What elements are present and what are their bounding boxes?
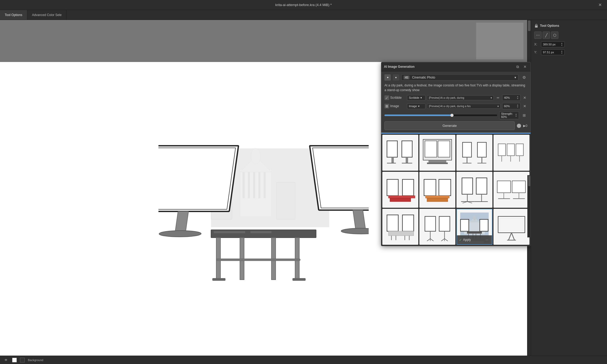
scribble-type-dropdown[interactable]: Scribble ▾ [407, 95, 425, 101]
grid-image-9 [385, 212, 415, 242]
grid-item-2[interactable] [419, 135, 455, 171]
style-dropdown-icon[interactable]: ▾ [393, 74, 399, 81]
image-percent-input[interactable]: 60% ▲ ▼ [502, 103, 521, 109]
style-magic-icon[interactable]: ✦ [384, 74, 391, 81]
field-row-x: X: 389.50 px ▲ ▼ [534, 41, 604, 48]
grid-item-1[interactable] [382, 135, 418, 171]
scribble-add-button[interactable]: ⇔ [495, 95, 501, 100]
grid-item-8[interactable] [493, 172, 529, 208]
tab-advanced-color[interactable]: Advanced Color Sele [27, 10, 67, 20]
image-value-dropdown[interactable]: [Preview] At a city park, during a fes ▾ [427, 104, 501, 109]
grid-item-3[interactable] [456, 135, 492, 171]
svg-rect-96 [480, 219, 488, 231]
grid-item-4[interactable] [493, 135, 529, 171]
scribble-spinbox[interactable]: ▲ ▼ [517, 96, 519, 100]
canvas-area[interactable]: AI Image Generation ⧉ ✕ ✦ ▾ 45 Cinematic… [0, 20, 531, 356]
strength-slider-thumb[interactable] [450, 114, 454, 117]
style-settings-button[interactable]: ⚙ [521, 74, 527, 81]
grid-scrollbar[interactable] [527, 175, 531, 237]
grid-item-5[interactable] [382, 172, 418, 208]
image-grid[interactable]: ✓ Apply ··· [381, 134, 531, 246]
close-button[interactable]: ✕ [597, 2, 603, 8]
svg-rect-29 [387, 141, 398, 157]
ai-panel-title: AI Image Generation [384, 65, 415, 69]
svg-point-18 [341, 228, 369, 234]
field-row-y: Y: 97.51 px ▲ ▼ [534, 49, 604, 56]
foreground-color-swatch[interactable] [12, 358, 17, 362]
canvas-scroll-thumb[interactable] [528, 20, 531, 31]
background-color-swatch[interactable] [20, 358, 25, 362]
svg-rect-95 [460, 219, 469, 231]
apply-more-button[interactable]: ··· [484, 237, 490, 243]
layers-button[interactable]: ⊞ [521, 112, 527, 118]
tab-tool-options[interactable]: Tool Options [0, 10, 27, 20]
tool-options-tabs: Tool Options Advanced Color Sele [0, 10, 66, 20]
svg-line-104 [508, 233, 511, 240]
grid-item-10[interactable] [419, 209, 455, 245]
visibility-button[interactable]: 👁 [3, 357, 9, 363]
svg-rect-75 [402, 215, 414, 231]
grid-image-4 [497, 138, 526, 168]
svg-rect-52 [387, 179, 398, 196]
image-remove-button[interactable]: ✕ [522, 103, 527, 109]
generate-counter: ▶0 [523, 124, 527, 128]
svg-point-14 [159, 231, 202, 237]
svg-rect-61 [476, 178, 487, 194]
svg-rect-19 [211, 230, 316, 238]
main-area: AI Image Generation ⧉ ✕ ✦ ▾ 45 Cinematic… [0, 20, 607, 356]
strength-slider-track[interactable] [384, 115, 497, 116]
panel-close-button[interactable]: ✕ [522, 64, 528, 70]
tool-icon-line[interactable]: ╱ [543, 32, 550, 39]
scribble-value-dropdown[interactable]: [Preview] At a city park, during ▾ [427, 95, 494, 100]
x-spinbox[interactable]: ▲ ▼ [561, 42, 563, 46]
generate-dot [517, 124, 521, 128]
sidebar-tool-title: Tool Options [540, 24, 559, 28]
grid-item-7[interactable] [456, 172, 492, 208]
svg-rect-30 [402, 141, 412, 157]
right-sidebar: Tool Options ⋯ ╱ ⬡ X: 389.50 px ▲ ▼ Y: [531, 20, 607, 356]
svg-rect-16 [313, 148, 369, 208]
tool-icon-dots[interactable]: ⋯ [534, 32, 542, 39]
panel-expand-button[interactable]: ⧉ [515, 64, 521, 70]
image-spinbox[interactable]: ▲ ▼ [517, 104, 519, 108]
svg-rect-107 [535, 25, 538, 28]
style-number: 45 [404, 76, 409, 79]
style-dropdown[interactable]: 45 Cinematic Photo ▾ [401, 74, 518, 81]
tool-icon-shape[interactable]: ⬡ [551, 32, 558, 39]
svg-rect-31 [392, 157, 394, 163]
grid-item-12[interactable] [493, 209, 529, 245]
title-bar: krita-ai-attempt-before.kra (4.4 MiB) * … [0, 0, 607, 10]
svg-rect-8 [264, 172, 266, 198]
image-type-dropdown[interactable]: Image ▾ [407, 103, 425, 109]
apply-overlay: ✓ Apply ··· [457, 235, 492, 244]
svg-rect-26 [216, 259, 300, 261]
svg-rect-7 [258, 172, 260, 198]
y-field-input[interactable]: 97.51 px ▲ ▼ [541, 49, 565, 55]
svg-rect-58 [425, 196, 449, 198]
apply-label: Apply [463, 238, 471, 242]
y-spinbox[interactable]: ▲ ▼ [561, 50, 563, 54]
generate-row: Generate ▶0 [384, 121, 527, 130]
scribble-remove-button[interactable]: ✕ [522, 95, 527, 100]
apply-button[interactable]: ✓ Apply [459, 238, 471, 242]
grid-scroll-thumb[interactable] [528, 176, 530, 186]
x-field-input[interactable]: 389.50 px ▲ ▼ [541, 41, 565, 47]
svg-rect-12 [158, 148, 235, 209]
lock-icon [534, 24, 538, 28]
scribble-percent-input[interactable]: 40% ▲ ▼ [502, 95, 521, 101]
grid-item-11[interactable]: ✓ Apply ··· [456, 209, 492, 245]
svg-rect-10 [277, 183, 295, 219]
svg-rect-60 [462, 178, 473, 194]
strength-input[interactable]: Strength: 60% ▲ ▼ [499, 111, 519, 119]
strength-row: Strength: 60% ▲ ▼ ⊞ [384, 111, 527, 119]
svg-rect-17 [353, 210, 366, 230]
image-control-row: 🖼 Image Image ▾ [Preview] At a city park… [384, 103, 527, 109]
svg-line-88 [441, 239, 444, 241]
strength-spinbox[interactable]: ▲ ▼ [515, 113, 517, 117]
svg-line-86 [430, 239, 433, 241]
svg-rect-20 [214, 231, 245, 233]
svg-rect-68 [497, 181, 511, 193]
grid-item-9[interactable] [382, 209, 418, 245]
generate-button[interactable]: Generate [384, 121, 515, 130]
grid-item-6[interactable] [419, 172, 455, 208]
